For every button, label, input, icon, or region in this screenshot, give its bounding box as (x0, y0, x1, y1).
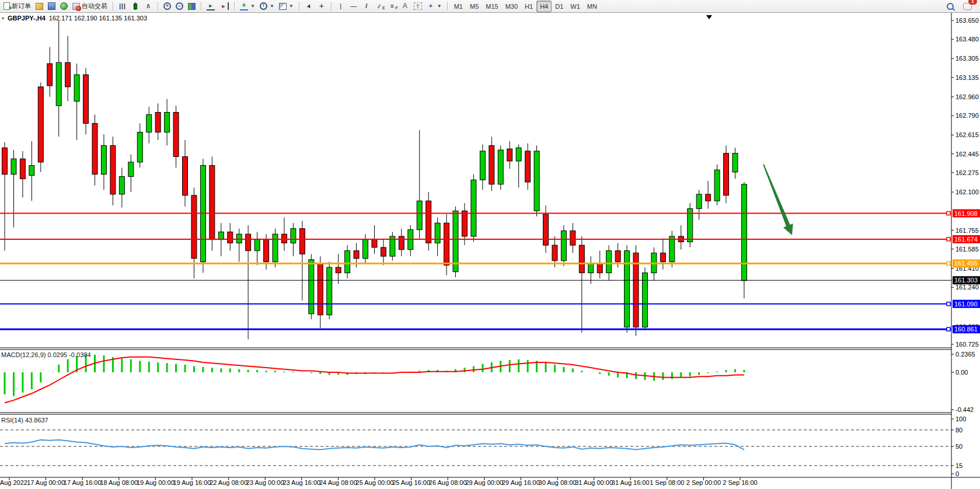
time-axis: 16 Aug 202217 Aug 00:0017 Aug 16:0018 Au… (0, 477, 758, 486)
rsi-tick-label: 50 (955, 443, 962, 450)
bar-chart-button[interactable] (116, 1, 129, 12)
candle-body (191, 195, 197, 259)
candle-body (228, 232, 233, 243)
chevron-down-icon[interactable]: ▼ (289, 4, 294, 9)
cursor-button[interactable] (302, 1, 315, 12)
macd-signal-line (5, 357, 744, 403)
candle-body (345, 251, 350, 273)
candle-body (615, 251, 620, 262)
price-badge-label: 161.303 (954, 277, 978, 284)
horizontal-line-button[interactable] (347, 1, 360, 12)
price-tick-label: 163.480 (955, 36, 979, 43)
candle-body (606, 251, 612, 273)
candle-body (155, 112, 161, 132)
candle-body (83, 75, 89, 123)
zoom-out-button[interactable] (173, 1, 186, 12)
layouts-button[interactable] (33, 1, 46, 12)
line-chart-button[interactable] (142, 1, 155, 12)
time-tick-label: 17 Aug 16:00 (64, 479, 102, 486)
notification-badge: 1 (968, 0, 977, 5)
market-watch-icon (48, 2, 55, 10)
timeframe-button-H1[interactable]: H1 (521, 1, 536, 12)
candle-body (273, 234, 278, 261)
signals-button[interactable] (58, 1, 70, 12)
trendline-button[interactable] (360, 1, 373, 12)
text-button[interactable] (399, 1, 411, 12)
timeframe-button-M30[interactable]: M30 (502, 1, 521, 12)
search-icon (947, 3, 954, 10)
label-button[interactable] (411, 1, 424, 12)
channel-button[interactable] (373, 1, 386, 12)
candle-body (218, 232, 224, 239)
tile-windows-button[interactable] (186, 1, 198, 12)
trend-arrow-annotation (763, 164, 793, 235)
toolbar-separator (299, 2, 299, 11)
horizontal-line-icon (350, 2, 358, 10)
periods-icon (260, 2, 267, 10)
indicators-button[interactable]: ▼ (238, 1, 257, 12)
chevron-down-icon[interactable]: ▼ (250, 4, 255, 9)
trading-terminal-window: 新订单自动交易▼▼▼▼M1M5M15M30H1H4D1W1MN 1 163.65… (0, 0, 980, 489)
price-chart-canvas[interactable]: 163.650163.480163.305163.135162.960162.7… (0, 13, 980, 489)
crosshair-button[interactable] (315, 1, 328, 12)
candle-body (210, 166, 215, 240)
candle-body (435, 223, 440, 243)
price-badge-label: 161.674 (954, 236, 978, 243)
bar-chart-icon (118, 2, 127, 10)
autotrade-button[interactable]: 自动交易 (70, 1, 110, 12)
tile-windows-icon (188, 3, 196, 10)
time-tick-label: 24 Aug 08:00 (319, 479, 357, 486)
new-order-icon (4, 2, 10, 10)
chevron-down-icon[interactable]: ▼ (270, 4, 274, 9)
chart-title-row: ▾ GBPJPY-,H4 162.171 162.190 161.135 161… (2, 15, 147, 22)
candle-body (318, 264, 323, 315)
rsi-tick-label: 100 (955, 415, 966, 422)
new-order-button[interactable]: 新订单 (1, 1, 33, 12)
market-watch-button[interactable] (46, 1, 58, 12)
chevron-down-icon[interactable]: ▼ (437, 4, 442, 9)
timeframe-button-D1[interactable]: D1 (552, 1, 567, 12)
candle-body (281, 234, 287, 243)
timeframe-button-H4[interactable]: H4 (536, 1, 552, 12)
arrows-button[interactable]: ▼ (424, 1, 444, 12)
candle-body (336, 267, 341, 273)
vertical-line-button[interactable] (334, 1, 347, 12)
candle-body (110, 145, 116, 194)
layouts-icon (36, 3, 43, 10)
timeframe-button-M1[interactable]: M1 (451, 1, 466, 12)
search-button[interactable] (944, 1, 956, 12)
zoom-in-button[interactable] (161, 1, 173, 12)
periods-button[interactable]: ▼ (257, 1, 277, 12)
timeframe-button-M15[interactable]: M15 (482, 1, 501, 12)
hline-anchor (947, 212, 950, 215)
auto-scroll-button[interactable] (204, 1, 217, 12)
time-tick-label: 1 Sep 08:00 (650, 479, 684, 486)
chart-area[interactable]: 163.650163.480163.305163.135162.960162.7… (0, 13, 980, 489)
chart-symbol-title: GBPJPY-,H4 (8, 15, 46, 22)
candle-body (399, 236, 404, 250)
collapse-marker-icon[interactable]: ▾ (2, 16, 4, 21)
notifications-button[interactable]: 1 (961, 1, 974, 12)
templates-button[interactable]: ▼ (277, 1, 296, 12)
timeframe-button-W1[interactable]: W1 (567, 1, 584, 12)
macd-indicator-values: 0.0295 -0.0304 (47, 351, 90, 358)
timeframe-button-MN[interactable]: MN (584, 1, 601, 12)
candle-body (543, 214, 549, 245)
time-tick-label: 23 Aug 00:00 (246, 479, 284, 486)
toolbar-separator (113, 2, 113, 11)
candlestick-chart-button[interactable] (129, 1, 142, 12)
candlestick-chart-icon (131, 2, 139, 10)
arrows-icon (427, 2, 435, 10)
macd-indicator-label: MACD(12,26,9) (1, 351, 46, 358)
macd-tick-label: 0.2365 (955, 351, 975, 358)
fibonacci-button[interactable] (386, 1, 399, 12)
time-tick-label: 17 Aug 00:00 (27, 479, 65, 486)
toolbar-separator (331, 2, 332, 11)
candle-body (706, 194, 711, 201)
rsi-pane: 1008050150 (0, 415, 966, 477)
price-tick-label: 160.725 (955, 341, 979, 348)
chart-shift-button[interactable] (217, 1, 231, 12)
timeframe-button-M5[interactable]: M5 (466, 1, 482, 12)
rsi-tick-label: 0 (955, 470, 959, 477)
candle-body (74, 75, 79, 102)
